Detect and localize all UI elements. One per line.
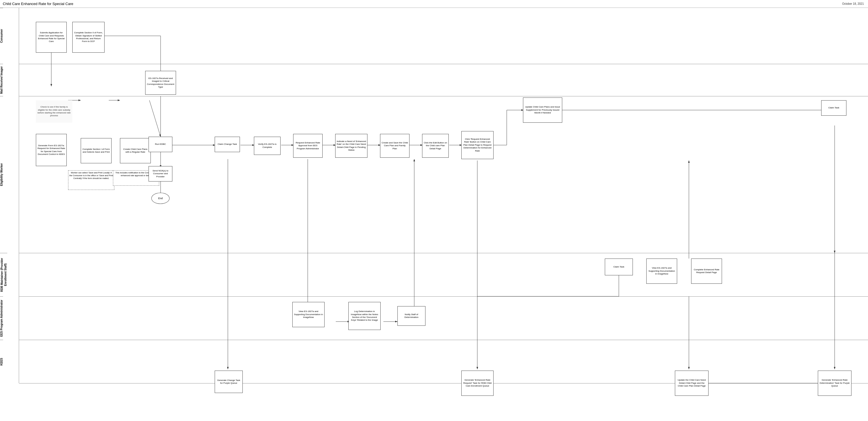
elig-update-plans-box: Update Child Care Plans and Issue Supple…: [523, 97, 562, 123]
ees-view-box: View ES-1627a and Supporting Documentati…: [292, 302, 324, 327]
swimlane-label-kees: KEES: [0, 340, 3, 383]
mail-received-box: ES-1627a Received and Imaged to Critical…: [145, 71, 176, 95]
elig-claim-task2-box: Claim Task: [821, 100, 846, 116]
elig-claim-change-box: Claim Change Task: [215, 137, 240, 152]
rdb-view-box: View ES-1627a and Supporting Documentati…: [646, 259, 677, 284]
elig-complete-sec1-box: Complete Section I of Form and Selects S…: [81, 138, 112, 163]
kees-gen-change-box: Generate Change Task for Purple Queue: [215, 370, 243, 393]
svg-line-7: [149, 100, 161, 137]
kees-gen-enhanced-det-box: Generate 'Enhanced Rate Determination' T…: [818, 370, 851, 396]
elig-verify-box: Verify ES-1627a is Complete: [254, 137, 281, 155]
consumer-submit-box: Submits Application for Child Care and R…: [36, 22, 67, 53]
elig-dashed-note1: Worker can select 'Save and Print Locall…: [68, 170, 114, 190]
swimlane-label-mail: Mail Receive/ Imager: [0, 64, 3, 96]
kees-update-box: Update the Child Care Need Detail-Child …: [675, 370, 709, 396]
rdb-complete-box: Complete Enhanced Rate Request Detail Pa…: [691, 259, 722, 284]
swimlane-labels-column: Consumer Mail Receive/ Imager Eligibilit…: [0, 8, 19, 383]
date-label: October 18, 2021: [842, 2, 864, 5]
elig-request-approval-box: Request Enhanced Rate Approval from EES …: [293, 134, 322, 158]
swimlane-label-rdb: RDB Maintainer (Provider Enrollment Staf…: [0, 253, 7, 296]
consumer-complete-box: Complete Section II of Form, Obtain Sign…: [72, 22, 104, 53]
swimlane-label-eligibility: Eligibility Worker: [0, 96, 3, 253]
ees-notify-box: Notify Staff of Determination: [397, 306, 426, 326]
diagram-area: Submits Application for Child Care and R…: [19, 8, 868, 383]
ees-log-box: Log Determination in ImageNow within the…: [348, 302, 381, 330]
elig-indicate-box: Indicate a Need of 'Enhanced Rate' on th…: [335, 134, 367, 158]
page-title: Child Care Enhanced Rate for Special Car…: [3, 2, 73, 6]
elig-gen-box: Generate Form ES-1627a: Request for Enha…: [36, 134, 67, 166]
page-container: Child Care Enhanced Rate for Special Car…: [0, 0, 868, 421]
elig-create-box: Create Child Care Plans with a Regular R…: [120, 138, 151, 163]
swimlane-label-consumer: Consumer: [0, 8, 3, 64]
elig-create-save-box: Create and Save the Child Care Plan and …: [380, 134, 409, 158]
elig-click-request-box: Click 'Request Enhanced Rate' Button on …: [461, 131, 494, 159]
elig-send-box: Send NOA(s) to Consumer and Provider: [149, 166, 173, 182]
elig-run-edbc-box: Run EDBC: [149, 137, 173, 152]
elig-end-oval: End: [151, 193, 169, 204]
swimlane-label-ees: EES Program Administrator: [0, 296, 3, 340]
kees-gen-enhanced-req-box: Generate 'Enhanced Rate Request' Task fo…: [461, 370, 494, 396]
elig-check-box: Check to see if the family is eligible f…: [36, 100, 72, 123]
rdb-claim-box: Claim Task: [605, 259, 633, 276]
elig-click-edit-box: Click the Edit Button on the Child care …: [422, 134, 449, 158]
